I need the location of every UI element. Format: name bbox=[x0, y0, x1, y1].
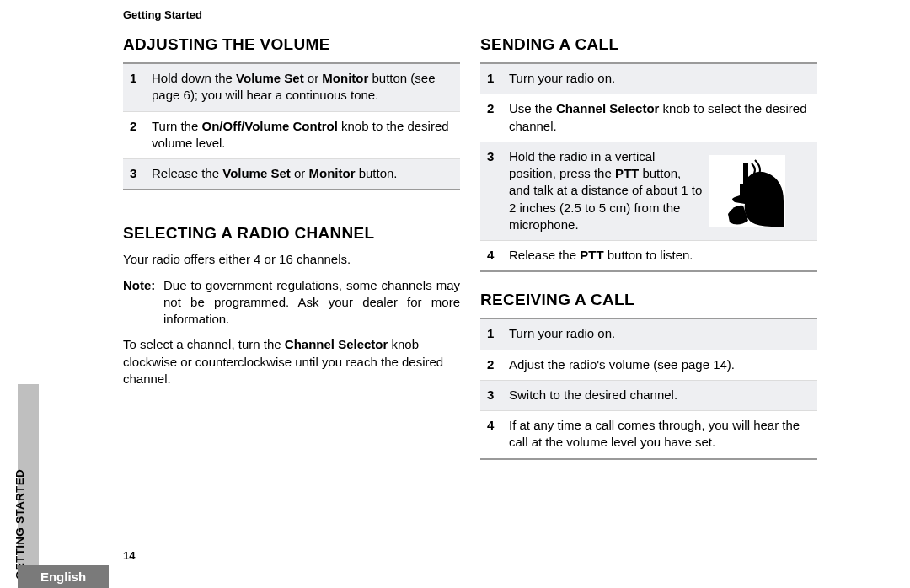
running-header: Getting Started bbox=[123, 8, 202, 21]
note-paragraph: Note: Due to government regulations, som… bbox=[123, 277, 460, 329]
heading-adjusting-volume: ADJUSTING THE VOLUME bbox=[123, 35, 460, 54]
thumb-index-text: GETTING STARTED bbox=[13, 469, 26, 580]
step-row: 2 Use the Channel Selector knob to selec… bbox=[480, 94, 817, 142]
step-text: Switch to the desired channel. bbox=[509, 387, 809, 404]
note-text: Due to government regulations, some chan… bbox=[163, 277, 460, 329]
step-text: Turn your radio on. bbox=[509, 70, 809, 87]
heading-selecting-channel: SELECTING A RADIO CHANNEL bbox=[123, 224, 460, 243]
note-label: Note: bbox=[123, 277, 163, 329]
left-column: ADJUSTING THE VOLUME 1 Hold down the Vol… bbox=[123, 35, 460, 396]
step-number: 2 bbox=[130, 118, 152, 135]
heading-receiving-call: RECEIVING A CALL bbox=[480, 291, 817, 309]
steps-adjusting-volume: 1 Hold down the Volume Set or Monitor bu… bbox=[123, 62, 460, 190]
step-number: 4 bbox=[487, 247, 509, 264]
step-row: 1 Turn your radio on. bbox=[480, 319, 817, 349]
step-number: 2 bbox=[487, 100, 509, 117]
svg-rect-1 bbox=[740, 184, 752, 202]
step-row: 2 Turn the On/Off/Volume Control knob to… bbox=[123, 111, 460, 159]
step-row: 4 Release the PTT button to listen. bbox=[480, 240, 817, 270]
step-number: 3 bbox=[487, 148, 509, 165]
step-row: 3 Release the Volume Set or Monitor butt… bbox=[123, 158, 460, 189]
step-text: Hold the radio in a vertical position, p… bbox=[509, 148, 703, 233]
step-text: Use the Channel Selector knob to select … bbox=[509, 100, 809, 135]
body-paragraph: To select a channel, turn the Channel Se… bbox=[123, 336, 460, 388]
step-row: 3 Switch to the desired channel. bbox=[480, 380, 817, 410]
step-text: Release the Volume Set or Monitor button… bbox=[152, 165, 452, 182]
step-row: 1 Turn your radio on. bbox=[480, 64, 817, 94]
step-number: 3 bbox=[130, 165, 152, 182]
steps-receiving-call: 1 Turn your radio on. 2 Adjust the radio… bbox=[480, 318, 817, 459]
step-row: 4 If at any time a call comes through, y… bbox=[480, 410, 817, 458]
step-row: 2 Adjust the radio's volume (see page 14… bbox=[480, 350, 817, 380]
step-number: 2 bbox=[487, 356, 509, 373]
person-radio-icon bbox=[709, 155, 785, 227]
step-number: 3 bbox=[487, 387, 509, 404]
step-number: 1 bbox=[487, 325, 509, 342]
intro-text: Your radio offers either 4 or 16 channel… bbox=[123, 251, 460, 268]
language-tab-label: English bbox=[18, 565, 109, 588]
step-text: Adjust the radio's volume (see page 14). bbox=[509, 356, 809, 373]
step-text: Release the PTT button to listen. bbox=[509, 247, 809, 264]
step-text: If at any time a call comes through, you… bbox=[509, 417, 809, 452]
heading-sending-call: SENDING A CALL bbox=[480, 35, 817, 54]
step-row: 1 Hold down the Volume Set or Monitor bu… bbox=[123, 64, 460, 111]
step-number: 4 bbox=[487, 417, 509, 434]
step-text: Hold down the Volume Set or Monitor butt… bbox=[152, 70, 452, 104]
step-row: 3 Hold the radio in a vertical position,… bbox=[480, 142, 817, 240]
right-column: SENDING A CALL 1 Turn your radio on. 2 U… bbox=[480, 35, 817, 478]
page-number: 14 bbox=[123, 549, 135, 562]
step-text: Turn your radio on. bbox=[509, 325, 809, 342]
page: GETTING STARTED English Getting Started … bbox=[0, 0, 910, 588]
thumb-index-label: GETTING STARTED bbox=[0, 388, 39, 531]
step-number: 1 bbox=[487, 70, 509, 87]
step-text: Turn the On/Off/Volume Control knob to t… bbox=[152, 118, 452, 152]
step-number: 1 bbox=[130, 70, 152, 87]
steps-sending-call: 1 Turn your radio on. 2 Use the Channel … bbox=[480, 62, 817, 272]
